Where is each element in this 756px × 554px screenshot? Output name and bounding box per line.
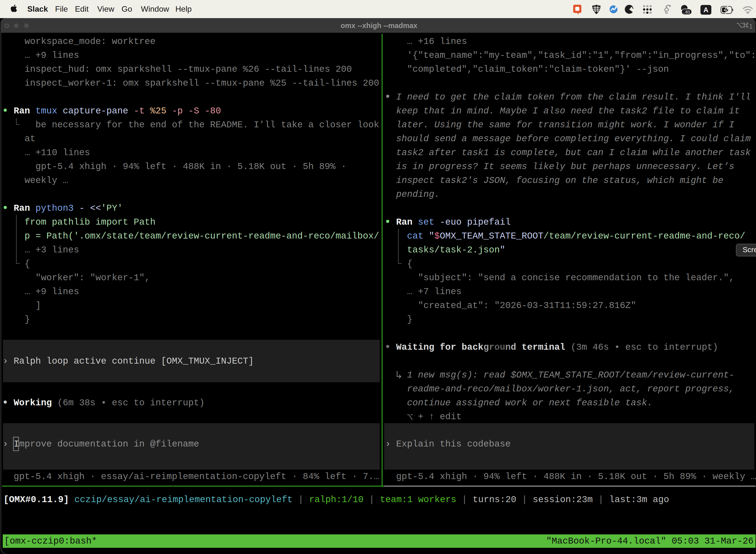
svg-text:..61: ..61	[683, 10, 690, 14]
svg-text:A: A	[703, 6, 708, 14]
